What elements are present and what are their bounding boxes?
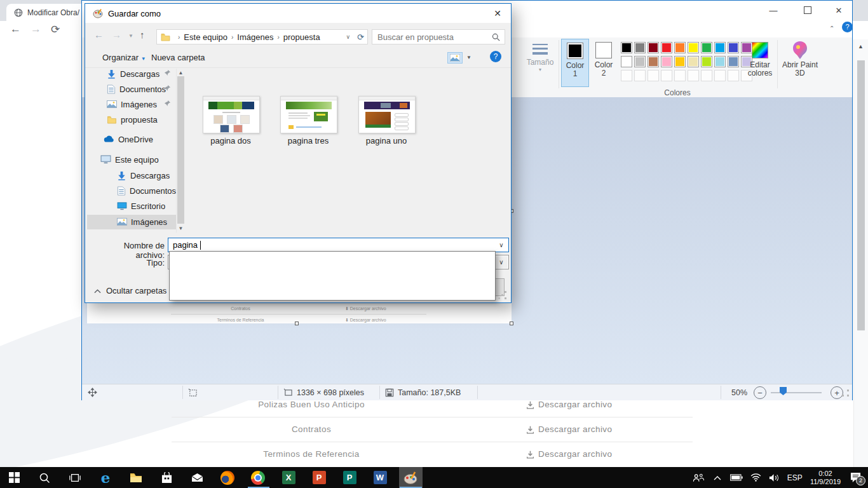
sidebar-item-onedrive[interactable]: OneDrive bbox=[103, 132, 153, 146]
selection-handle-corner[interactable] bbox=[510, 322, 513, 325]
sidebar-scrollbar[interactable]: ▲ ▼ bbox=[176, 69, 185, 233]
palette-swatch[interactable] bbox=[674, 42, 686, 53]
sidebar-item-escritorio[interactable]: Escritorio bbox=[117, 199, 165, 213]
palette-swatch[interactable] bbox=[661, 56, 672, 67]
taskbar-start-button[interactable] bbox=[3, 467, 25, 488]
taskbar-file-explorer-icon[interactable] bbox=[125, 467, 147, 488]
taskbar-edge-icon[interactable]: e bbox=[95, 467, 116, 488]
file-pagina-tres[interactable] bbox=[280, 96, 337, 133]
sidebar-item-imagenes-2[interactable]: Imágenes bbox=[117, 215, 167, 229]
file-pagina-dos[interactable] bbox=[203, 96, 260, 133]
palette-swatch[interactable] bbox=[648, 56, 659, 67]
palette-swatch[interactable] bbox=[728, 56, 739, 67]
scrollbar-thumb[interactable] bbox=[857, 60, 865, 330]
address-bar[interactable]: › Este equipo › Imágenes › propuesta ∨ bbox=[156, 29, 355, 44]
browser-forward-button[interactable]: → bbox=[31, 23, 41, 36]
taskbar-chrome-icon[interactable] bbox=[247, 467, 269, 488]
filename-input[interactable]: pagina ∨ bbox=[168, 238, 509, 252]
zoom-slider-track[interactable] bbox=[771, 392, 822, 393]
hidden-icons-chevron[interactable] bbox=[714, 475, 721, 480]
refresh-button[interactable]: ⟳ bbox=[354, 29, 368, 44]
size-button[interactable]: Tamaño ▾ bbox=[526, 39, 555, 86]
sidebar-item-este-equipo[interactable]: Este equipo bbox=[100, 152, 159, 166]
taskbar-powerpoint-icon[interactable]: P bbox=[308, 467, 330, 488]
breadcrumb-segment[interactable]: Imágenes bbox=[237, 32, 273, 42]
palette-swatch[interactable] bbox=[634, 42, 646, 53]
new-folder-button[interactable]: Nueva carpeta bbox=[151, 53, 205, 62]
palette-swatch[interactable] bbox=[621, 56, 632, 67]
language-indicator[interactable]: ESP bbox=[787, 473, 803, 482]
minimize-button[interactable]: — bbox=[759, 1, 788, 20]
filename-dropdown-icon[interactable]: ∨ bbox=[495, 239, 508, 251]
taskbar-word-icon[interactable]: W bbox=[369, 467, 391, 488]
palette-swatch[interactable] bbox=[688, 56, 699, 67]
palette-swatch[interactable] bbox=[634, 56, 646, 67]
nav-history-chevron-icon[interactable]: ▼ bbox=[128, 33, 133, 39]
scrollbar-thumb[interactable] bbox=[177, 76, 184, 224]
clock[interactable]: 0:02 11/9/2019 bbox=[810, 470, 841, 486]
maximize-button[interactable] bbox=[793, 1, 822, 20]
breadcrumb-segment[interactable]: Este equipo bbox=[184, 32, 227, 42]
sidebar-item-documentos-2[interactable]: Documentos bbox=[117, 184, 176, 198]
action-center-button[interactable]: 2 bbox=[850, 472, 862, 483]
palette-swatch[interactable] bbox=[728, 42, 739, 53]
filename-suggestions-popup[interactable] bbox=[169, 251, 496, 301]
organize-menu[interactable]: Organizar ▼ bbox=[102, 53, 146, 62]
palette-swatch[interactable] bbox=[728, 70, 739, 81]
palette-swatch[interactable] bbox=[634, 70, 646, 81]
view-dropdown-icon[interactable]: ▼ bbox=[466, 55, 471, 60]
taskbar-task-view-button[interactable] bbox=[64, 467, 86, 488]
file-pagina-uno[interactable] bbox=[358, 96, 416, 133]
help-icon[interactable]: ? bbox=[490, 51, 501, 62]
filetype-dropdown-icon[interactable]: ∨ bbox=[494, 256, 508, 268]
taskbar-paint-icon[interactable] bbox=[400, 467, 421, 488]
zoom-slider-thumb[interactable] bbox=[780, 387, 787, 395]
palette-swatch[interactable] bbox=[674, 70, 686, 81]
view-mode-button[interactable] bbox=[447, 52, 463, 64]
palette-swatch[interactable] bbox=[688, 42, 699, 53]
palette-swatch[interactable] bbox=[648, 42, 659, 53]
palette-swatch[interactable] bbox=[701, 70, 712, 81]
palette-swatch[interactable] bbox=[701, 42, 712, 53]
palette-swatch[interactable] bbox=[661, 70, 672, 81]
color2-button[interactable]: Color 2 bbox=[590, 39, 617, 86]
taskbar-firefox-icon[interactable] bbox=[217, 467, 238, 488]
palette-swatch[interactable] bbox=[701, 56, 712, 67]
scrollbar-down-arrow[interactable]: ▼ bbox=[177, 225, 184, 232]
browser-scrollbar[interactable]: ▲ bbox=[853, 39, 868, 467]
battery-icon[interactable] bbox=[730, 474, 743, 481]
browser-tab[interactable]: Modificar Obra/ bbox=[6, 4, 89, 21]
people-icon[interactable] bbox=[693, 473, 705, 482]
download-link[interactable]: Descargar archivo bbox=[526, 417, 612, 442]
nav-forward-icon[interactable]: → bbox=[112, 29, 121, 40]
palette-swatch[interactable] bbox=[621, 70, 632, 81]
search-input[interactable]: Buscar en propuesta bbox=[372, 29, 505, 44]
taskbar-store-icon[interactable] bbox=[156, 467, 177, 488]
sidebar-item-descargas[interactable]: Descargas bbox=[107, 67, 159, 81]
sidebar-item-documentos[interactable]: Documentos bbox=[107, 82, 166, 96]
scrollbar-up-arrow[interactable]: ▲ bbox=[858, 43, 864, 50]
dialog-resize-grip[interactable] bbox=[498, 291, 507, 300]
palette-swatch[interactable] bbox=[688, 70, 699, 81]
sidebar-item-descargas-2[interactable]: Descargas bbox=[117, 168, 170, 182]
dialog-close-icon[interactable]: ✕ bbox=[484, 4, 511, 23]
ribbon-collapse-icon[interactable]: ⌃ bbox=[829, 25, 834, 32]
close-button[interactable]: ✕ bbox=[824, 1, 853, 20]
palette-swatch[interactable] bbox=[661, 42, 672, 53]
resize-grip[interactable] bbox=[842, 390, 850, 397]
selection-handle-bottom[interactable] bbox=[295, 322, 299, 325]
nav-back-icon[interactable]: ← bbox=[94, 29, 104, 40]
nav-up-icon[interactable]: ↑ bbox=[140, 29, 145, 40]
scrollbar-up-arrow[interactable]: ▲ bbox=[177, 69, 184, 76]
color1-button[interactable]: Color 1 bbox=[561, 39, 589, 87]
zoom-out-button[interactable]: − bbox=[754, 386, 766, 399]
palette-swatch[interactable] bbox=[674, 56, 686, 67]
taskbar-excel-icon[interactable]: X bbox=[278, 467, 299, 488]
volume-icon[interactable] bbox=[769, 473, 780, 482]
palette-swatch[interactable] bbox=[714, 42, 726, 53]
sidebar-item-propuesta[interactable]: propuesta bbox=[107, 112, 158, 126]
help-icon[interactable]: ? bbox=[842, 22, 853, 32]
browser-reload-button[interactable]: ⟳ bbox=[51, 23, 60, 36]
browser-back-button[interactable]: ← bbox=[10, 23, 21, 36]
palette-swatch[interactable] bbox=[714, 56, 726, 67]
